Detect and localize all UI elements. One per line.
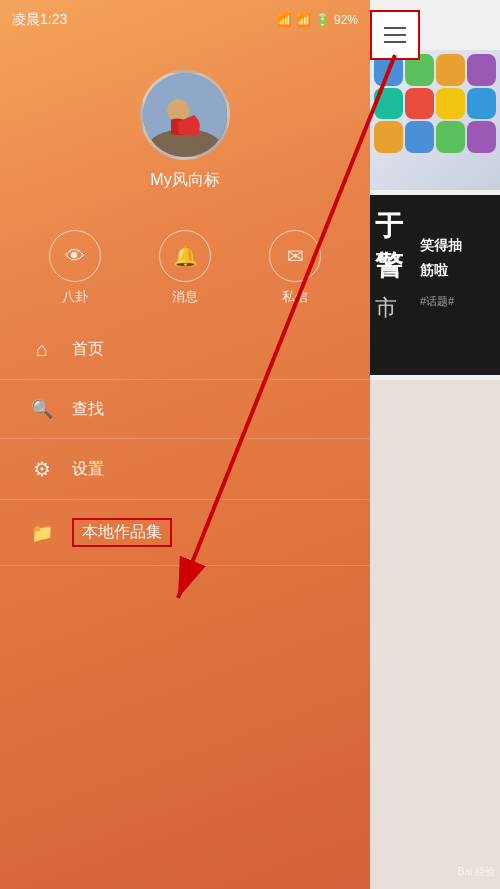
bell-icon: 🔔 — [173, 244, 198, 268]
status-icons: 📶 📶 🔋 92% — [277, 13, 358, 27]
search-label: 查找 — [72, 399, 104, 420]
battery-percent: 92% — [334, 13, 358, 27]
svg-text:警: 警 — [375, 250, 404, 281]
app-icon-3 — [436, 54, 465, 86]
local-works-label: 本地作品集 — [72, 518, 172, 547]
action-gossip[interactable]: 👁 八卦 — [49, 230, 101, 306]
svg-text:市: 市 — [375, 295, 397, 320]
signal-icon: 📶 — [296, 13, 311, 27]
screenshot-phone-screen — [370, 50, 500, 190]
svg-point-2 — [167, 99, 189, 121]
hamburger-line-3 — [384, 41, 406, 43]
menu-list: ⌂ 首页 🔍 查找 ⚙ 设置 📁 本地作品集 — [0, 320, 370, 566]
action-dm[interactable]: ✉ 私信 — [269, 230, 321, 306]
gossip-circle: 👁 — [49, 230, 101, 282]
mail-icon: ✉ — [287, 244, 304, 268]
settings-label: 设置 — [72, 459, 104, 480]
menu-item-local-works[interactable]: 📁 本地作品集 — [0, 500, 370, 566]
gossip-label: 八卦 — [62, 288, 88, 306]
app-icon-9 — [374, 121, 403, 153]
baidu-watermark: Bai 经验 — [458, 865, 495, 879]
search-icon: 🔍 — [30, 398, 54, 420]
home-label: 首页 — [72, 339, 104, 360]
screenshot-meme: 于 警 市 笑得抽 筋啦 #话题# — [370, 195, 500, 375]
dm-circle: ✉ — [269, 230, 321, 282]
settings-icon: ⚙ — [30, 457, 54, 481]
svg-text:#话题#: #话题# — [420, 295, 455, 307]
battery-icon: 🔋 — [315, 13, 330, 27]
wifi-icon: 📶 — [277, 13, 292, 27]
status-bar: 凌晨1:23 📶 📶 🔋 92% — [0, 0, 370, 40]
app-icon-11 — [436, 121, 465, 153]
messages-circle: 🔔 — [159, 230, 211, 282]
meme-background: 于 警 市 笑得抽 筋啦 #话题# — [370, 195, 500, 375]
svg-text:筋啦: 筋啦 — [420, 262, 449, 278]
svg-text:笑得抽: 笑得抽 — [419, 237, 462, 253]
hamburger-line-1 — [384, 27, 406, 29]
hamburger-button[interactable] — [370, 10, 420, 60]
username: My风向标 — [150, 170, 219, 191]
dm-label: 私信 — [282, 288, 308, 306]
action-row: 👁 八卦 🔔 消息 ✉ 私信 — [0, 220, 370, 316]
svg-text:于: 于 — [375, 210, 404, 241]
messages-label: 消息 — [172, 288, 198, 306]
menu-item-home[interactable]: ⌂ 首页 — [0, 320, 370, 380]
hamburger-line-2 — [384, 34, 406, 36]
action-messages[interactable]: 🔔 消息 — [159, 230, 211, 306]
app-icon-10 — [405, 121, 434, 153]
app-grid — [370, 50, 500, 190]
app-icon-6 — [405, 88, 434, 120]
menu-item-settings[interactable]: ⚙ 设置 — [0, 439, 370, 500]
eye-icon: 👁 — [65, 245, 85, 268]
avatar[interactable] — [140, 70, 230, 160]
menu-item-search[interactable]: 🔍 查找 — [0, 380, 370, 439]
app-icon-12 — [467, 121, 496, 153]
user-profile-section: My风向标 — [0, 50, 370, 191]
status-time: 凌晨1:23 — [12, 11, 67, 29]
app-icon-8 — [467, 88, 496, 120]
home-icon: ⌂ — [30, 338, 54, 361]
app-icon-4 — [467, 54, 496, 86]
right-panel-bottom — [370, 380, 500, 889]
app-icon-7 — [436, 88, 465, 120]
avatar-image — [143, 70, 227, 160]
app-icon-5 — [374, 88, 403, 120]
folder-icon: 📁 — [30, 522, 54, 544]
